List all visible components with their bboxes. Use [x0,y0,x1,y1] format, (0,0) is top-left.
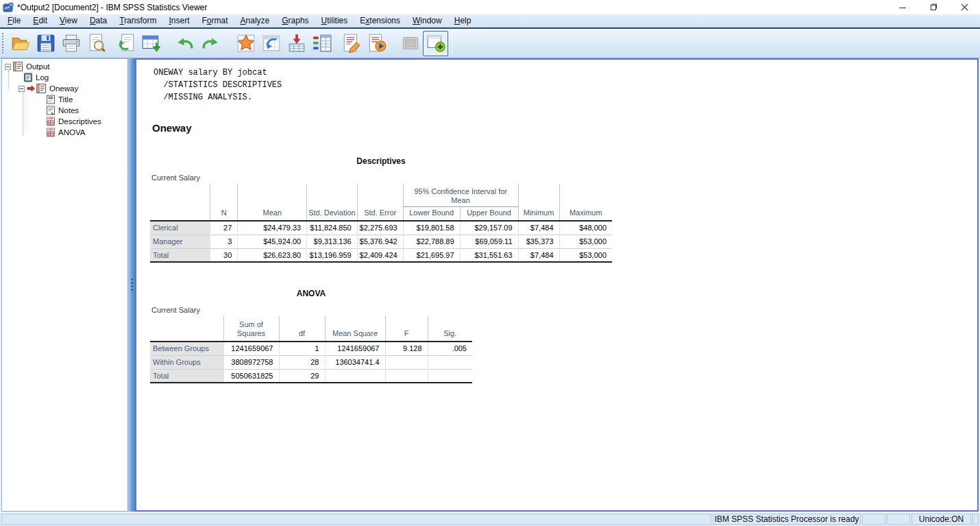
table-cell: $7,484 [518,221,559,235]
table-icon [46,128,56,137]
edit-output-icon [341,33,362,53]
menu-data[interactable]: Data [84,14,113,27]
row-label-cell: Total [150,248,210,262]
outline-item-notes[interactable]: Notes [2,105,127,116]
outline-item-label: Oneway [49,84,78,93]
select-last-output-icon [400,33,421,53]
print-preview-button[interactable] [84,31,109,56]
undo-icon [175,33,195,53]
outline-item-label: Title [58,95,73,104]
print-icon [61,33,82,53]
table-cell: 5050631825 [223,369,279,383]
menu-graphs[interactable]: Graphs [275,14,315,27]
maximize-button[interactable] [918,0,949,14]
menu-window[interactable]: Window [406,14,448,27]
recall-dialogs-button[interactable] [113,31,138,56]
anova-table-title: ANOVA [150,289,472,298]
menu-extensions[interactable]: Extensions [354,14,406,27]
table-cell: 3808972758 [223,355,279,369]
outline-item-anova[interactable]: ANOVA [2,127,127,138]
menu-file[interactable]: File [1,14,27,27]
print-preview-icon [86,33,107,53]
designate-window-button[interactable] [423,31,448,56]
table-cell: .005 [428,342,472,355]
menu-insert[interactable]: Insert [162,14,195,27]
outline-item-output[interactable]: Output [2,61,127,72]
goto-case-button[interactable] [258,31,284,56]
open-file-button[interactable] [8,31,33,56]
redo-icon [200,33,221,53]
table-header-cell [150,184,210,221]
table-cell: $31,551.63 [460,248,518,262]
app-icon [3,3,14,12]
edit-output-button[interactable] [339,31,364,56]
variables-icon [312,33,332,53]
output-heading[interactable]: Oneway [152,122,977,134]
print-button[interactable] [58,31,84,56]
outline-item-oneway[interactable]: Oneway [2,83,127,94]
menu-help[interactable]: Help [448,14,478,27]
output-content-pane[interactable]: ONEWAY salary BY jobcat /STATISTICS DESC… [135,58,979,512]
run-script-icon [367,33,387,53]
open-folder-icon [10,33,31,53]
pane-splitter[interactable] [128,58,135,512]
descriptives-table[interactable]: NMeanStd. DeviationStd. Error95% Confide… [150,184,612,263]
redo-button[interactable] [197,31,223,56]
goto-data-button[interactable] [138,31,164,56]
run-script-button[interactable] [364,31,389,56]
descriptives-table-caption: Current Salary [151,174,612,182]
menu-utilities[interactable]: Utilities [315,14,354,27]
menu-transform[interactable]: Transform [113,14,162,27]
outline-item-descriptives[interactable]: Descriptives [2,116,127,127]
toolbar [0,29,980,58]
designate-window-icon [426,33,446,53]
close-button[interactable] [949,0,980,14]
table-cell [385,369,428,383]
toolbar-separator [452,32,452,55]
outline-item-label: ANOVA [58,128,85,136]
outline-item-log[interactable]: Log [2,72,127,83]
table-cell: $13,196.959 [307,248,357,262]
table-header-cell: N [210,184,238,221]
undo-button[interactable] [172,31,197,56]
row-label-cell: Total [150,369,223,383]
statusbar-cell [972,514,979,525]
table-cell: $69,059.11 [460,235,518,248]
table-header-cell: Maximum [559,184,612,221]
table-cell [385,355,428,369]
table-cell: 30 [210,248,238,262]
outline-item-label: Notes [58,106,79,115]
table-cell: $7,484 [518,248,559,262]
toolbar-grip[interactable] [2,33,5,53]
table-row: Within Groups380897275828136034741.4 [150,355,472,369]
outline-panel: OutputLogOnewayTitleNotesDescriptivesANO… [1,58,128,512]
insert-cases-button[interactable] [284,31,309,56]
minimize-button[interactable] [887,0,918,14]
table-cell: $11,824.850 [307,221,357,235]
chart-star-icon [236,33,256,53]
descriptives-block: Descriptives Current Salary NMeanStd. De… [150,156,612,263]
save-button[interactable] [33,31,58,56]
table-cell: $48,000 [559,221,612,235]
menu-edit[interactable]: Edit [27,14,53,27]
table-cell: $2,409.424 [357,248,403,262]
insert-cases-icon [286,33,307,53]
insert-chart-button[interactable] [233,31,258,56]
outline-item-title[interactable]: Title [2,94,127,105]
status-bar: IBM SPSS Statistics Processor is ready U… [0,512,980,526]
table-cell [428,369,472,383]
anova-block: ANOVA Current Salary Sum of SquaresdfMea… [150,289,472,383]
outline-item-label: Log [36,73,49,82]
menu-analyze[interactable]: Analyze [234,14,276,27]
anova-table[interactable]: Sum of SquaresdfMean SquareFSig.Between … [150,316,472,383]
collapse-icon[interactable] [5,64,11,70]
menu-format[interactable]: Format [196,14,234,27]
table-header-cell: Sig. [428,316,472,342]
menu-view[interactable]: View [53,14,84,27]
descriptives-table-title: Descriptives [150,156,612,166]
collapse-icon[interactable] [19,86,25,92]
table-cell: $2,275.693 [357,221,403,235]
table-cell: 1241659067 [223,342,279,355]
syntax-log[interactable]: ONEWAY salary BY jobcat /STATISTICS DESC… [154,67,977,104]
variables-button[interactable] [309,31,334,56]
